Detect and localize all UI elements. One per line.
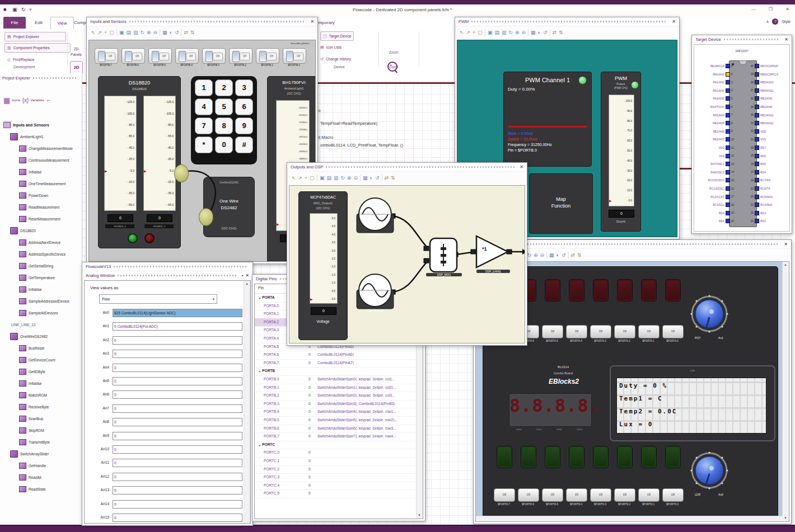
digital-row-portc-4[interactable]: PORTC.40 [255,482,423,491]
dsp-gain-component[interactable]: *1 DSP_GAIN1 [475,235,511,280]
tree-item-link-line-13[interactable]: LINK_LINE_13 [1,319,82,331]
dsp-mix-component[interactable]: DSP_MIX1 [428,237,460,280]
analog-value-field[interactable]: 0 [113,459,242,467]
port-switch-portb-6[interactable]: Off [121,48,145,64]
analog-value-field[interactable]: 0 [113,486,242,495]
toolbar-icon-zoom-out[interactable]: ⊖ [522,30,526,35]
style-menu[interactable]: Style [782,20,791,23]
keypad-key-[interactable]: # [235,136,253,153]
toolbar-icon-zoom-in[interactable]: ⊕ [534,253,538,258]
toolbar-icon-zoom-out[interactable]: ⊖ [354,176,358,181]
map-function-block[interactable]: Map Function [529,173,593,234]
analog-value-field[interactable]: 0 [113,404,242,413]
tree-item-getidbyte[interactable]: GetIDByte [1,366,82,378]
tree-item-getdevicecount[interactable]: GetDeviceCount [1,354,82,366]
target-device-toggle[interactable]: ▢Target Device [320,31,354,41]
board-switch-porta-0[interactable]: Off [662,325,684,338]
toolbar-icon-add[interactable]: + [104,30,107,35]
port-switch-portb-0[interactable]: Off [283,48,306,64]
toolbar-icon-grid[interactable]: ▦ [549,253,554,258]
toolbar-icon-flip-vertical[interactable]: ⇅ [559,30,563,35]
scroll-up-icon[interactable]: ▲ [783,262,788,268]
keypad-key-[interactable]: * [195,136,213,153]
digital-row-portb[interactable]: ⌄ PORTB [255,367,423,376]
analog-value-field[interactable]: 825 ComboBL0114(LightSensor ADC) [113,309,242,317]
toolbar-icon-frame[interactable]: ▢ [109,30,114,35]
analog-value-field[interactable]: 0 [113,514,242,522]
tree-item-initialise[interactable]: Initialise [1,284,82,295]
help-icon[interactable]: ? [772,18,778,25]
analog-value-field[interactable]: 0 [113,350,242,358]
port-switch-portb-2[interactable]: Off [229,48,252,64]
tree-item-readstate[interactable]: ReadState [1,483,82,495]
toolbar-icon-flip-vertical[interactable]: ⇅ [391,176,395,181]
tab-view[interactable]: View [50,17,74,29]
toolbar-icon-grid[interactable]: ▦ [531,30,536,35]
analog-value-field[interactable]: 0 [113,336,242,345]
tree-item-switcharrayslider[interactable]: SwitchArraySlider [1,448,82,460]
tree-item-scanbus[interactable]: ScanBus [1,413,82,425]
toolbar-icon-frame[interactable]: ▢ [310,176,315,181]
board-switch-porta-5[interactable]: Off [542,325,563,338]
macros-icon[interactable]: ⌐ [46,96,50,104]
collapse-ribbon-icon[interactable]: ∧ [766,20,769,24]
close-icon[interactable]: ✕ [672,19,676,24]
tree-item-inputs-and-sensors[interactable]: Inputs and Sensors [1,119,82,131]
tree-item-initialise[interactable]: Initialise [1,166,82,178]
analog-value-field[interactable]: 0 [113,390,242,399]
analog-scrollbar[interactable]: ▲ [244,281,250,523]
find-replace-button[interactable]: ◎Find/Replace [4,55,66,64]
restore-button[interactable]: ❐ [769,7,773,12]
2d-button[interactable]: 2D [70,61,83,74]
board-switch-porta-1[interactable]: Off [638,325,660,338]
toolbar-icon-undo-view[interactable]: ↺ [562,253,566,258]
digital-row-portb-1[interactable]: PORTB.10SwitchArraySliderSpin1(, keypad_… [255,384,423,393]
tree-item-addressnextdevice[interactable]: AddressNextDevice [1,237,82,248]
tree-item-powerdown[interactable]: PowerDown [1,190,82,201]
keypad-key-9[interactable]: 9 [235,117,253,134]
toolbar-icon-cursor-select[interactable]: ↖ [91,30,96,35]
toolbar-icon-cursor-select[interactable]: ↖ [460,30,464,35]
tree-item-receivebyte[interactable]: ReceiveByte [1,401,82,413]
toolbar-icon-cursor-pan[interactable]: ↗ [466,30,471,35]
keypad-key-2[interactable]: 2 [215,79,233,96]
toolbar-icon-rotate[interactable]: ↻ [527,253,531,258]
bus-connector-2[interactable] [199,208,213,226]
tree-item-readall[interactable]: ReadAll [1,472,82,483]
toolbar-icon-rotate[interactable]: ↻ [340,176,345,181]
board-switch-portd-2[interactable]: Off [614,488,635,502]
toolbar-icon-cursor-pan[interactable]: ↗ [298,176,303,181]
toolbar-icon-undo-view[interactable]: ↺ [543,30,548,35]
port-switch-portb-7[interactable]: Off [95,48,118,64]
board-switch-portd-4[interactable]: Off [566,488,587,502]
toolbar-icon-orbit[interactable]: ◐ [538,30,541,35]
digital-row-portb-0[interactable]: PORTB.00SwitchArraySliderSpin0(, keypad_… [255,375,423,384]
view-values-dropdown[interactable]: Raw ▾ [99,294,217,304]
tree-item-getserialstring[interactable]: GetSerialString [1,260,82,272]
analog-value-field[interactable]: 0 [113,500,242,509]
tree-item-continuousmeasurement[interactable]: ContinuousMeasurement [1,154,82,166]
tab-edit[interactable]: Edit [28,17,49,29]
toolbar-icon-paste[interactable]: ▤ [126,30,131,35]
keypad-key-0[interactable]: 0 [215,136,233,153]
tree-item-samplealldevices[interactable]: SampleAllDevices [1,307,82,319]
eblocks-vscrollbar[interactable]: ▲ ▼ [782,262,789,521]
analog-value-field[interactable]: 0 [113,445,242,454]
app-icon[interactable]: ■ [3,7,6,12]
variables-button[interactable]: {x} Variables [22,97,44,103]
port-switch-portb-1[interactable]: Off [256,48,279,64]
digital-row-portc[interactable]: ⌄ PORTC [255,441,423,450]
analog-value-field[interactable]: 0 [113,418,242,426]
digital-row-portb-7[interactable]: PORTB.70SwitchArraySliderSpin7(, keypad_… [255,432,423,441]
digital-row-portc-0[interactable]: PORTC.00 [255,449,423,458]
outputs-panel-canvas[interactable]: MCP47x6DAC DAC_Output1 (I2C CH1) 5.04.54… [289,185,525,343]
toolbar-icon-zoom-out[interactable]: ⊖ [153,30,158,35]
analog-value-field[interactable]: 0 [113,432,242,440]
analog-value-field[interactable]: 0 [113,377,242,385]
tree-item-sampleaddresseddevice[interactable]: SampleAddressedDevice [1,295,82,307]
board-switch-porta-2[interactable]: Off [614,325,635,338]
close-icon[interactable]: ✕ [520,164,523,170]
tab-file[interactable]: File [3,17,26,29]
eblocks-hscrollbar[interactable] [476,516,783,521]
undo-icon[interactable]: ↻ [21,7,26,12]
